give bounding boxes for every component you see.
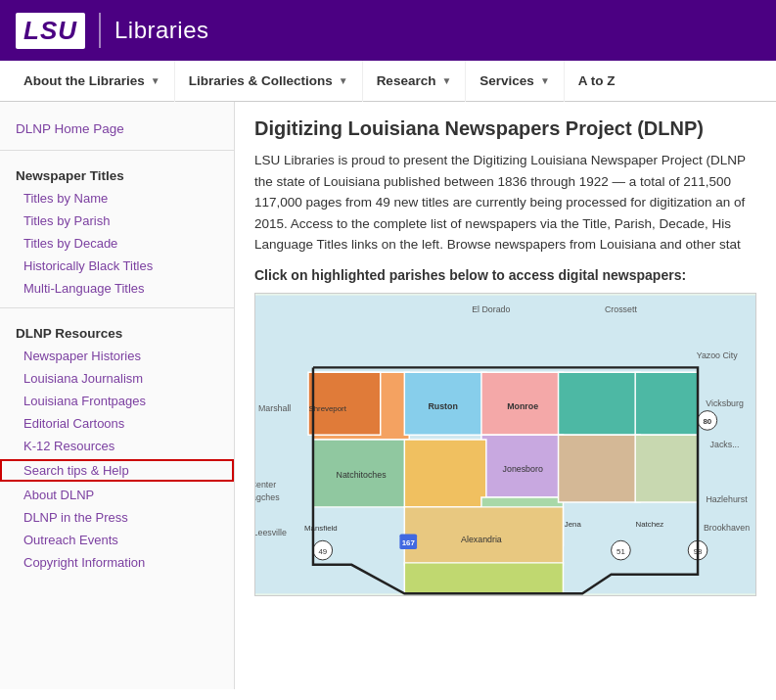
sidebar-divider-1 [0, 150, 234, 151]
svg-marker-28 [559, 435, 641, 502]
sidebar-editorial-cartoons[interactable]: Editorial Cartoons [0, 412, 234, 435]
svg-text:Center: Center [255, 480, 276, 490]
svg-text:Natchez: Natchez [635, 519, 663, 528]
nav-libraries[interactable]: Libraries & Collections ▼ [175, 61, 363, 102]
sidebar-titles-by-parish[interactable]: Titles by Parish [0, 210, 234, 232]
sidebar-divider-2 [0, 307, 234, 308]
sidebar-section-dlnp-resources: DLNP Resources [0, 316, 234, 345]
svg-text:80: 80 [703, 417, 711, 426]
nav-atoz[interactable]: A to Z [565, 61, 629, 102]
nav-about-label: About the Libraries [23, 73, 145, 88]
sidebar-k12-resources[interactable]: K-12 Resources [0, 435, 234, 457]
svg-marker-29 [635, 435, 698, 502]
nav-services-arrow: ▼ [540, 75, 550, 86]
svg-text:Vicksburg: Vicksburg [706, 398, 744, 408]
svg-text:Marshall: Marshall [258, 403, 291, 413]
svg-text:Leesville: Leesville [255, 528, 287, 537]
sidebar-dlnp-press[interactable]: DLNP in the Press [0, 506, 234, 529]
nav-research[interactable]: Research ▼ [363, 61, 467, 102]
svg-text:51: 51 [616, 547, 625, 556]
svg-marker-32 [404, 563, 563, 593]
sidebar-louisiana-frontpages[interactable]: Louisiana Frontpages [0, 390, 234, 412]
svg-text:167: 167 [402, 538, 416, 547]
sidebar-multilanguage[interactable]: Multi-Language Titles [0, 277, 234, 300]
svg-text:Natchitoches: Natchitoches [337, 470, 388, 480]
header-divider [99, 13, 101, 48]
sidebar-titles-by-decade[interactable]: Titles by Decade [0, 232, 234, 255]
sidebar-section-newspaper-titles: Newspaper Titles [0, 159, 234, 187]
svg-text:dagches: dagches [255, 492, 280, 502]
lsu-logo: LSU [16, 13, 85, 49]
sidebar-newspaper-histories[interactable]: Newspaper Histories [0, 345, 234, 367]
svg-text:Mansfield: Mansfield [304, 524, 338, 533]
nav-about[interactable]: About the Libraries ▼ [10, 61, 175, 102]
louisiana-map[interactable]: El Dorado Crossett Yazoo City Marshall V… [254, 293, 756, 596]
sidebar-outreach-events[interactable]: Outreach Events [0, 529, 234, 551]
site-header: LSU Libraries [0, 0, 776, 61]
main-content: Digitizing Louisiana Newspapers Project … [235, 102, 776, 689]
svg-text:Brookhaven: Brookhaven [704, 523, 750, 533]
svg-text:Alexandria: Alexandria [461, 535, 502, 544]
nav-services[interactable]: Services ▼ [466, 61, 564, 102]
nav-about-arrow: ▼ [151, 75, 160, 86]
sidebar-titles-by-name[interactable]: Titles by Name [0, 187, 234, 210]
sidebar-copyright[interactable]: Copyright Information [0, 551, 234, 574]
sidebar-historically-black[interactable]: Historically Black Titles [0, 255, 234, 277]
nav-research-arrow: ▼ [441, 75, 451, 86]
svg-text:Jonesboro: Jonesboro [503, 463, 543, 473]
svg-text:Jena: Jena [565, 519, 582, 528]
svg-text:Ruston: Ruston [428, 401, 457, 411]
main-nav: About the Libraries ▼ Libraries & Collec… [0, 61, 776, 102]
sidebar-search-tips[interactable]: Search tips & Help [0, 459, 234, 482]
svg-text:49: 49 [318, 547, 327, 556]
sidebar-about-dlnp[interactable]: About DLNP [0, 484, 234, 506]
svg-text:Crossett: Crossett [605, 304, 637, 314]
svg-marker-25 [404, 440, 486, 507]
content-paragraph: LSU Libraries is proud to present the Di… [254, 150, 756, 256]
nav-atoz-label: A to Z [578, 73, 616, 88]
dlnp-home-link[interactable]: DLNP Home Page [0, 116, 234, 142]
svg-text:Shreveport: Shreveport [308, 404, 346, 413]
svg-text:Monroe: Monroe [507, 401, 538, 411]
page-title: Digitizing Louisiana Newspapers Project … [254, 117, 756, 140]
nav-services-label: Services [479, 73, 534, 88]
svg-marker-20 [635, 372, 698, 435]
site-title: Libraries [114, 17, 209, 44]
sidebar: DLNP Home Page Newspaper Titles Titles b… [0, 102, 235, 689]
svg-marker-19 [559, 372, 641, 435]
map-instruction: Click on highlighted parishes below to a… [254, 267, 756, 283]
svg-text:Hazlehurst: Hazlehurst [706, 494, 748, 504]
nav-research-label: Research [377, 73, 436, 88]
nav-libraries-label: Libraries & Collections [189, 73, 333, 88]
svg-text:Yazoo City: Yazoo City [697, 350, 739, 360]
main-layout: DLNP Home Page Newspaper Titles Titles b… [0, 102, 776, 689]
svg-text:El Dorado: El Dorado [472, 304, 510, 314]
svg-text:Jacks...: Jacks... [710, 440, 740, 449]
nav-libraries-arrow: ▼ [339, 75, 348, 86]
sidebar-louisiana-journalism[interactable]: Louisiana Journalism [0, 367, 234, 390]
